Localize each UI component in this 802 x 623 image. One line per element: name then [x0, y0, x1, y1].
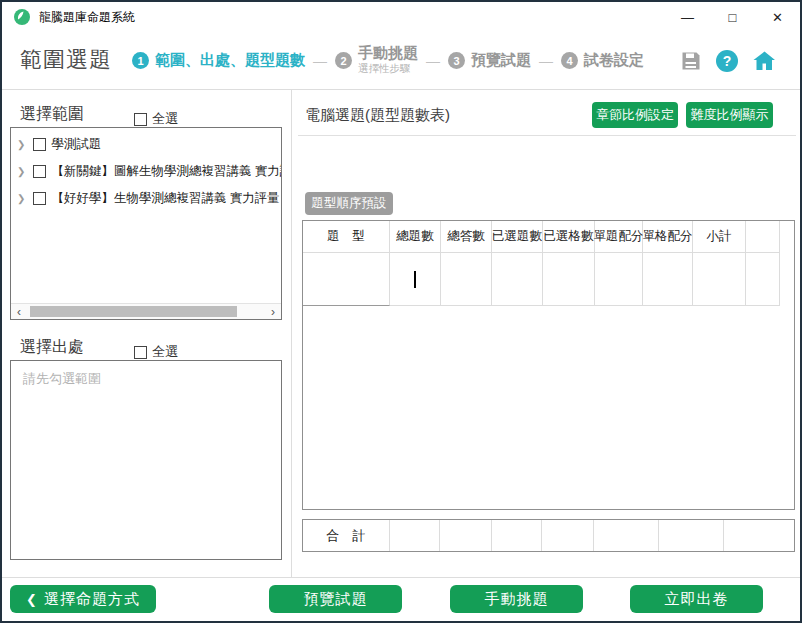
minimize-button[interactable]: — — [665, 2, 710, 32]
scroll-left-arrow-icon[interactable]: ‹ — [12, 304, 26, 319]
cell-selected-questions[interactable] — [492, 253, 543, 306]
total-row: 合 計 — [302, 519, 795, 552]
chapter-ratio-button[interactable]: 章節比例設定 — [592, 102, 678, 128]
tree-item-label: 【好好學】生物學測總複習講義 實力評量 — [51, 190, 279, 207]
window-controls: — □ ✕ — [665, 2, 800, 32]
col-header-subtotal: 小計 — [693, 221, 746, 253]
panel-divider — [291, 90, 292, 577]
header: 範圍選題 1 範圍、出處、題型題數 — 2 手動挑題 選擇性步驟 — 3 預覽試… — [2, 32, 800, 90]
expand-arrow-icon[interactable]: ❯ — [17, 193, 25, 204]
col-header-empty — [746, 221, 780, 253]
step-4-label: 試卷設定 — [584, 52, 644, 69]
step-3-number: 3 — [448, 52, 465, 69]
back-to-method-button[interactable]: ❮ 選擇命題方式 — [10, 585, 156, 613]
source-select-all-label: 全選 — [152, 343, 178, 361]
footer-separator — [2, 577, 800, 578]
question-type-table: 題 型 總題數 總答數 已選題數 已選格數 單題配分 單格配分 小計 — [302, 220, 795, 510]
total-cell — [594, 520, 659, 551]
cell-total-questions-editing[interactable] — [390, 253, 441, 306]
step-1-range[interactable]: 1 範圍、出處、題型題數 — [132, 52, 305, 69]
tree-item-study-well[interactable]: ❯ 【好好學】生物學測總複習講義 實力評量 — [11, 185, 281, 212]
col-header-type: 題 型 — [303, 221, 390, 253]
source-placeholder: 請先勾選範圍 — [23, 370, 101, 388]
table-row — [303, 253, 794, 306]
total-cell — [724, 520, 794, 551]
manual-pick-button[interactable]: 手動挑題 — [450, 585, 583, 613]
wizard-steps: 1 範圍、出處、題型題數 — 2 手動挑題 選擇性步驟 — 3 預覽試題 — 4… — [132, 32, 644, 89]
home-icon[interactable] — [753, 51, 776, 71]
horizontal-scrollbar[interactable]: ‹ › — [11, 303, 281, 319]
computer-pick-title: 電腦選題(題型題數表) — [305, 106, 450, 125]
maximize-button[interactable]: □ — [710, 2, 755, 32]
text-caret — [414, 271, 416, 288]
help-icon[interactable]: ? — [716, 50, 738, 72]
right-panel-separator — [298, 135, 796, 136]
step-2-number: 2 — [335, 52, 352, 69]
tree-item-exam[interactable]: ❯ 學測試題 — [11, 131, 281, 158]
step-1-number: 1 — [132, 52, 149, 69]
tree-item-checkbox[interactable] — [33, 165, 46, 178]
step-2-manual-pick[interactable]: 2 手動挑題 選擇性步驟 — [335, 45, 418, 77]
total-cell — [659, 520, 724, 551]
page-title: 範圍選題 — [20, 45, 112, 75]
select-source-title: 選擇出處 — [20, 337, 84, 358]
total-cell — [492, 520, 542, 551]
step-4-number: 4 — [561, 52, 578, 69]
close-button[interactable]: ✕ — [755, 2, 800, 32]
step-2-label: 手動挑題 — [358, 45, 418, 62]
col-header-selected-questions: 已選題數 — [492, 221, 543, 253]
range-select-all-checkbox[interactable] — [134, 113, 147, 126]
source-list-box: 請先勾選範圍 — [10, 360, 282, 560]
expand-arrow-icon[interactable]: ❯ — [17, 166, 25, 177]
cell-subtotal[interactable] — [693, 253, 746, 306]
total-cell — [440, 520, 492, 551]
expand-arrow-icon[interactable]: ❯ — [17, 139, 25, 150]
tree-item-label: 【新關鍵】圖解生物學測總複習講義 實力評量 — [51, 163, 281, 180]
total-label: 合 計 — [303, 520, 390, 551]
scrollbar-thumb[interactable] — [30, 306, 237, 317]
range-select-all-label: 全選 — [152, 110, 178, 128]
source-select-all[interactable]: 全選 — [134, 343, 178, 361]
tree-item-checkbox[interactable] — [33, 138, 46, 151]
col-header-points-per-blank: 單格配分 — [643, 221, 693, 253]
app-logo-icon — [14, 9, 30, 25]
step-dash: — — [313, 53, 327, 69]
chevron-left-icon: ❮ — [26, 592, 38, 607]
select-range-title: 選擇範圍 — [20, 104, 84, 125]
step-4-paper-settings[interactable]: 4 試卷設定 — [561, 52, 644, 69]
tree-item-new-key[interactable]: ❯ 【新關鍵】圖解生物學測總複習講義 實力評量 — [11, 158, 281, 185]
table-header-row: 題 型 總題數 總答數 已選題數 已選格數 單題配分 單格配分 小計 — [303, 221, 794, 253]
difficulty-ratio-button[interactable]: 難度比例顯示 — [686, 102, 773, 128]
title-bar: 龍騰題庫命題系統 — □ ✕ — [2, 2, 800, 32]
header-icons: ? — [681, 32, 776, 89]
back-button-label: 選擇命題方式 — [44, 590, 140, 609]
window-title: 龍騰題庫命題系統 — [39, 9, 135, 26]
col-header-total-questions: 總題數 — [390, 221, 441, 253]
total-cell — [542, 520, 594, 551]
generate-paper-button[interactable]: 立即出卷 — [630, 585, 763, 613]
total-cell — [390, 520, 440, 551]
step-dash: — — [426, 53, 440, 69]
step-3-preview[interactable]: 3 預覽試題 — [448, 52, 531, 69]
cell-points-per-question[interactable] — [595, 253, 643, 306]
cell-total-answers[interactable] — [441, 253, 492, 306]
tree-item-checkbox[interactable] — [33, 192, 46, 205]
app-window: 龍騰題庫命題系統 — □ ✕ 範圍選題 1 範圍、出處、題型題數 — 2 手動挑… — [0, 0, 802, 623]
type-order-default-button[interactable]: 題型順序預設 — [305, 192, 393, 215]
cell-points-per-blank[interactable] — [643, 253, 693, 306]
col-header-selected-blanks: 已選格數 — [543, 221, 595, 253]
cell-selected-blanks[interactable] — [543, 253, 595, 306]
preview-questions-button[interactable]: 預覽試題 — [269, 585, 402, 613]
step-dash: — — [539, 53, 553, 69]
cell-empty[interactable] — [746, 253, 780, 306]
range-select-all[interactable]: 全選 — [134, 110, 178, 128]
step-1-label: 範圍、出處、題型題數 — [155, 52, 305, 69]
col-header-total-answers: 總答數 — [441, 221, 492, 253]
tree-item-label: 學測試題 — [51, 136, 101, 153]
cell-type-selected[interactable] — [303, 253, 390, 306]
range-tree: ❯ 學測試題 ❯ 【新關鍵】圖解生物學測總複習講義 實力評量 ❯ 【好好學】生物… — [10, 127, 282, 320]
save-icon[interactable] — [681, 51, 701, 71]
step-2-subtitle: 選擇性步驟 — [358, 62, 418, 76]
scroll-right-arrow-icon[interactable]: › — [266, 304, 280, 319]
source-select-all-checkbox[interactable] — [134, 346, 147, 359]
